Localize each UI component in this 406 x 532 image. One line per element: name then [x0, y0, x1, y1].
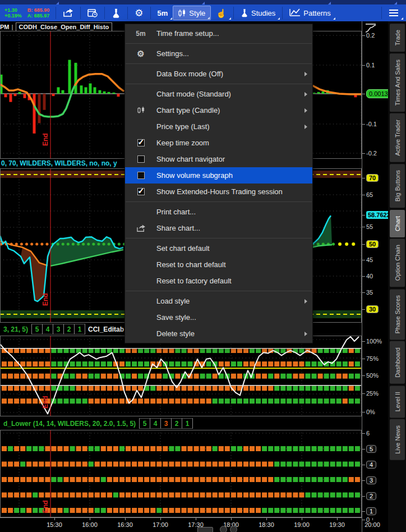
axis-tick	[362, 496, 365, 497]
menu-item-set-chart-default[interactable]: Set chart default	[125, 240, 312, 256]
signal-level-cell: 3	[53, 324, 63, 334]
toolbar-separator	[80, 7, 81, 19]
sidebar-tab-dashboard[interactable]: Dashboard	[390, 341, 405, 384]
axis-value-badge: 30	[366, 305, 379, 313]
chart-menu-button[interactable]	[384, 6, 404, 20]
share-icon	[63, 8, 73, 17]
menu-item-save-style[interactable]: Save style...	[125, 309, 312, 325]
sidebar-tab-active-trader[interactable]: Active Trader	[390, 113, 405, 162]
time-tick	[302, 518, 302, 520]
checkbox-checked[interactable]	[137, 139, 145, 146]
axis-value-badge: 5	[366, 445, 376, 453]
menu-item-reset-to-factory-default[interactable]: Reset to factory default	[125, 273, 312, 289]
time-tick	[160, 518, 161, 520]
toolbar-separator	[233, 7, 234, 19]
menu-item-share-chart[interactable]: Share chart...	[125, 220, 312, 236]
menu-item-show-volume-subgraph[interactable]: Show volume subgraph	[125, 167, 312, 184]
axis-label: 0.2	[366, 32, 375, 39]
menu-item-chart-type-candle[interactable]: Chart type (Candle)	[125, 102, 312, 118]
panel1-header: PM | CODH_Close_Open_Diff_Histo	[0, 22, 112, 31]
share-chart-button[interactable]	[58, 6, 79, 20]
menu-item-label: Show chart navigator	[156, 155, 225, 163]
menu-item-label: Keep time zoom	[156, 139, 209, 147]
menu-item-label: Price type (Last)	[156, 122, 210, 131]
toolbar-separator	[127, 7, 128, 19]
menu-item-time-frame-setup[interactable]: 5mTime frame setup...	[125, 25, 312, 42]
quote-bid: B: 685.90	[27, 7, 50, 13]
checkbox-checked[interactable]	[137, 188, 145, 195]
time-label: 18:30	[259, 521, 274, 528]
style-button[interactable]: Style	[173, 6, 211, 20]
drawings-button[interactable]: ☝	[211, 6, 232, 20]
top-strip	[0, 0, 406, 4]
menu-item-settings[interactable]: ⚙Settings...	[125, 45, 312, 62]
gear-icon: ⚙	[135, 7, 143, 19]
studies-button[interactable]: Studies	[236, 6, 280, 20]
menu-item-label: Delete style	[156, 329, 195, 338]
checkbox-unchecked[interactable]	[137, 172, 145, 179]
menu-item-label: Show Extended-Hours Trading session	[156, 187, 283, 196]
study-params-label: 3, 21, 5)	[0, 324, 31, 334]
checkbox-unchecked[interactable]	[137, 155, 145, 163]
menu-item-reset-to-chart-default[interactable]: Reset to chart default	[125, 256, 312, 273]
patterns-button[interactable]: Patterns	[284, 6, 335, 20]
sidebar-tab-phase-scores[interactable]: Phase Scores	[390, 289, 405, 340]
right-gadget-tabs: TradeTimes And SalesActive TraderBig But…	[388, 21, 406, 532]
time-label: 16:30	[117, 521, 133, 528]
sidebar-tab-live-news[interactable]: Live News	[390, 419, 405, 460]
settings-button[interactable]: ⚙	[130, 6, 148, 20]
quote-block: +1.30 +0.19% B: 685.90 A: 685.97	[0, 7, 54, 19]
sidebar-tab-trade[interactable]: Trade	[390, 24, 405, 52]
sidebar-tab-level-ii[interactable]: Level II	[390, 386, 405, 418]
sidebar-tab-times-and-sales[interactable]: Times And Sales	[390, 53, 405, 112]
time-label: 17:00	[153, 521, 168, 528]
axis-label: 6	[366, 430, 370, 437]
study-name-label: CCI_Editab	[85, 324, 127, 334]
menu-item-delete-style[interactable]: Delete style	[125, 325, 312, 342]
study-tab-codh[interactable]: CODH_Close_Open_Diff_Histo	[16, 22, 113, 31]
calendar-events-button[interactable]	[82, 6, 103, 20]
axis-tick	[362, 195, 365, 195]
sidebar-tab-chart[interactable]: Chart	[390, 210, 405, 237]
time-label: 16:00	[82, 521, 98, 528]
axis-value-badge: 4	[366, 461, 376, 469]
header-divider: |	[12, 24, 13, 30]
menu-separator	[126, 291, 312, 291]
axis-label: 100%	[366, 338, 382, 345]
analysis-tools-button[interactable]	[107, 6, 126, 20]
panel4-plot[interactable]: End	[0, 430, 362, 517]
time-axis[interactable]: 15:3016:0016:3017:0017:3018:0018:3019:00…	[0, 517, 362, 532]
price-axis[interactable]: 0.20.10.00139-0.1-0.2706558.762255504540…	[362, 21, 389, 532]
menu-item-label: Print chart...	[156, 208, 196, 216]
time-tick	[266, 518, 267, 520]
axis-tick	[362, 227, 365, 227]
menu-item-keep-time-zoom[interactable]: Keep time zoom	[125, 135, 312, 151]
menu-separator	[126, 201, 312, 202]
timeframe-button[interactable]: 5m	[153, 6, 173, 20]
menu-item-show-extended-hours-trading-session[interactable]: Show Extended-Hours Trading session	[125, 184, 312, 200]
axis-label: 50%	[366, 372, 379, 379]
menu-item-price-type-last[interactable]: Price type (Last)	[125, 118, 312, 135]
menu-item-load-style[interactable]: Load style	[125, 293, 312, 309]
panel3-plot[interactable]: End	[0, 336, 362, 416]
toolbar-separator	[282, 7, 283, 19]
flask-icon	[112, 8, 121, 18]
menu-item-data-box-mode-off[interactable]: Data Box mode (Off)	[125, 66, 312, 82]
menu-item-print-chart[interactable]: Print chart...	[125, 204, 312, 220]
axis-tick	[362, 94, 365, 94]
axis-tick	[362, 511, 365, 512]
axis-tick	[362, 124, 365, 125]
signal-level-cell: 4	[150, 418, 160, 429]
menu-separator	[126, 238, 312, 239]
end-label: End	[41, 293, 49, 306]
panel4-header: d_Lower (14, 14, WILDERS, 20, 2.0, 1.5, …	[0, 418, 193, 429]
menu-item-label: Reset to chart default	[156, 260, 226, 269]
sidebar-tab-big-buttons[interactable]: Big Buttons	[390, 164, 405, 208]
axis-tick	[362, 449, 365, 450]
signal-level-cell: 3	[160, 418, 171, 429]
menu-item-show-chart-navigator[interactable]: Show chart navigator	[125, 151, 312, 167]
menu-item-label: Save style...	[156, 313, 196, 322]
menu-item-chart-mode-standard[interactable]: Chart mode (Standard)	[125, 86, 312, 102]
time-tick	[196, 518, 196, 520]
sidebar-tab-option-chain[interactable]: Option Chain	[390, 239, 405, 287]
